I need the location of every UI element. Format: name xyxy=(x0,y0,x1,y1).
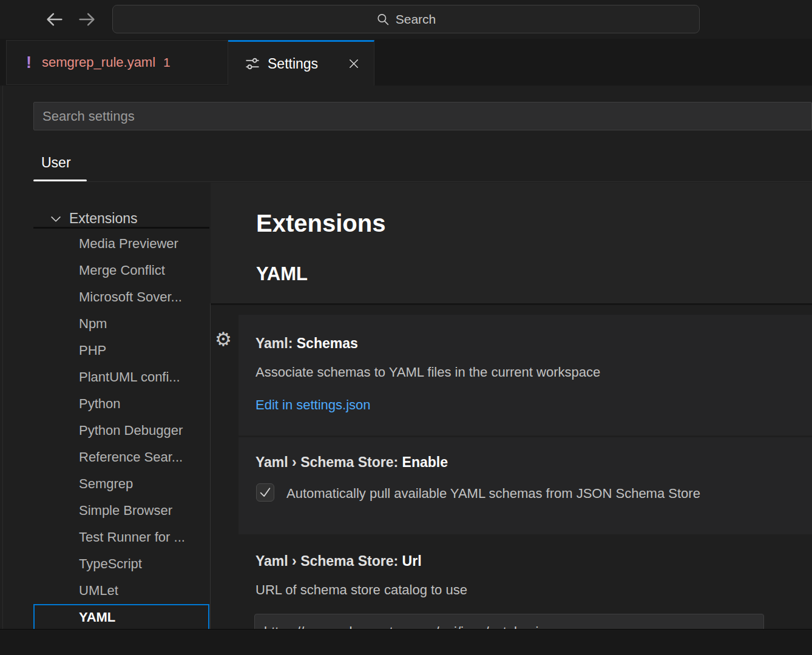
settings-content-header: Extensions YAML xyxy=(211,183,812,303)
setting-category-label: Yaml › Schema Store: xyxy=(255,454,402,470)
search-icon xyxy=(376,13,390,26)
problems-indicator-icon: ! xyxy=(26,53,32,72)
file-tab-problem-count: 1 xyxy=(163,55,171,70)
toc-sticky-divider xyxy=(33,227,209,229)
toc-item-plantuml-confi[interactable]: PlantUML confi... xyxy=(33,364,209,391)
tab-settings[interactable]: Settings xyxy=(228,40,374,86)
editor-tab-bar: ! semgrep_rule.yaml 1 Settings xyxy=(0,39,812,86)
command-center-search[interactable]: Search xyxy=(112,5,700,33)
setting-title: Yaml › Schema Store: Enable xyxy=(255,454,448,471)
navigate-forward-button[interactable] xyxy=(76,8,98,30)
setting-description: Associate schemas to YAML files in the c… xyxy=(255,364,600,381)
scope-tab-user[interactable]: User xyxy=(41,155,71,171)
tab-semgrep-rule-yaml[interactable]: ! semgrep_rule.yaml 1 xyxy=(6,40,228,85)
toc-item-simple-browser[interactable]: Simple Browser xyxy=(33,497,209,524)
navigate-back-button[interactable] xyxy=(44,8,66,30)
setting-description: URL of schema store catalog to use xyxy=(255,582,467,599)
scope-tabbar-border xyxy=(33,181,812,182)
checkmark-icon xyxy=(259,486,272,499)
toc-item-media-previewer[interactable]: Media Previewer xyxy=(33,230,209,257)
file-tab-label: semgrep_rule.yaml xyxy=(42,55,155,70)
arrow-right-icon xyxy=(76,9,97,30)
schema-store-enable-checkbox[interactable] xyxy=(256,483,274,502)
toc-group-label: Extensions xyxy=(69,210,138,227)
checkbox-description: Automatically pull available YAML schema… xyxy=(286,485,700,502)
setting-category-label: Yaml: xyxy=(255,335,297,351)
toc-item-npm[interactable]: Npm xyxy=(33,311,209,337)
close-icon xyxy=(348,58,359,69)
toc-group-extensions[interactable]: Extensions xyxy=(50,210,138,227)
toc-item-yaml[interactable]: YAML xyxy=(33,604,209,629)
schema-store-url-input[interactable] xyxy=(254,614,764,629)
setting-title: Yaml › Schema Store: Url xyxy=(255,553,422,569)
arrow-left-icon xyxy=(44,9,65,30)
setting-name-label: Enable xyxy=(402,454,448,470)
chevron-down-icon xyxy=(50,213,62,225)
toc-item-test-runner-for[interactable]: Test Runner for ... xyxy=(33,524,209,551)
settings-editor: User Extensions Media PreviewerMerge Con… xyxy=(0,86,812,629)
bottom-panel-strip xyxy=(0,629,812,655)
toc-item-semgrep[interactable]: Semgrep xyxy=(33,471,209,497)
close-tab-button[interactable] xyxy=(345,55,363,73)
setting-row-yaml-schemas: Yaml: Schemas Associate schemas to YAML … xyxy=(239,315,812,435)
header-scroll-shadow xyxy=(211,303,812,305)
settings-search-input[interactable] xyxy=(33,102,812,130)
toc-item-umlet[interactable]: UMLet xyxy=(33,577,209,604)
settings-category-title: Extensions xyxy=(256,209,385,237)
settings-section-title: YAML xyxy=(256,263,308,285)
setting-category-label: Yaml › Schema Store: xyxy=(255,553,402,569)
toc-tree: Media PreviewerMerge ConflictMicrosoft S… xyxy=(33,230,209,629)
setting-name-label: Url xyxy=(402,553,422,569)
editor-left-border xyxy=(2,86,3,629)
setting-gear-icon[interactable]: ⚙ xyxy=(213,329,234,351)
toc-item-reference-sear[interactable]: Reference Sear... xyxy=(33,444,209,471)
setting-name-label: Schemas xyxy=(297,335,358,351)
toc-resize-sash[interactable] xyxy=(210,303,211,629)
toc-item-python[interactable]: Python xyxy=(33,391,209,417)
toc-item-microsoft-sover[interactable]: Microsoft Sover... xyxy=(33,284,209,311)
setting-title: Yaml: Schemas xyxy=(255,335,358,352)
edit-in-settings-json-link[interactable]: Edit in settings.json xyxy=(255,397,371,414)
toc-item-php[interactable]: PHP xyxy=(33,337,209,364)
toc-item-python-debugger[interactable]: Python Debugger xyxy=(33,417,209,444)
setting-row-schema-store-enable: Yaml › Schema Store: Enable Automaticall… xyxy=(239,437,812,534)
command-center-label: Search xyxy=(396,12,436,27)
toc-item-typescript[interactable]: TypeScript xyxy=(33,551,209,577)
toc-item-merge-conflict[interactable]: Merge Conflict xyxy=(33,257,209,284)
title-bar: Search xyxy=(0,0,812,39)
settings-tab-label: Settings xyxy=(268,56,318,72)
settings-sliders-icon xyxy=(245,56,260,71)
